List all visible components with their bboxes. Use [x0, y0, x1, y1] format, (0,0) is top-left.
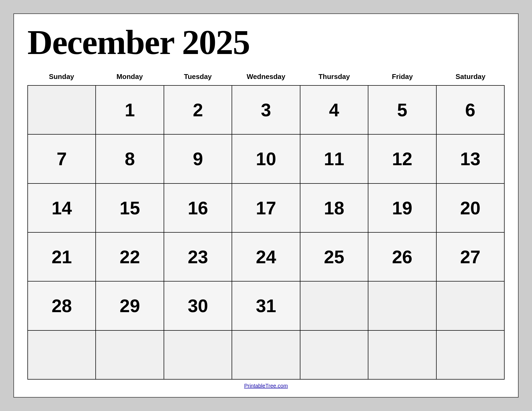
calendar-cell: [164, 331, 232, 380]
calendar-cell: 27: [437, 233, 505, 282]
date-number: 13: [460, 148, 480, 169]
day-headers: SundayMondayTuesdayWednesdayThursdayFrid…: [27, 70, 505, 83]
date-number: 1: [125, 99, 135, 120]
calendar-cell: 24: [232, 233, 300, 282]
calendar-cell: 5: [368, 86, 436, 135]
day-header-thursday: Thursday: [300, 70, 368, 83]
date-number: 6: [465, 99, 475, 120]
day-header-wednesday: Wednesday: [232, 70, 300, 83]
calendar-cell: [300, 282, 368, 330]
calendar-cell: [96, 331, 164, 380]
calendar-cell: 25: [300, 233, 368, 282]
date-number: 3: [261, 99, 271, 120]
day-header-monday: Monday: [96, 70, 164, 83]
date-number: 23: [188, 246, 208, 267]
calendar-cell: 21: [28, 233, 96, 282]
date-number: 22: [120, 246, 140, 267]
date-number: 14: [52, 197, 72, 218]
date-number: 24: [256, 246, 276, 267]
calendar-cell: 22: [96, 233, 164, 282]
calendar-cell: 12: [368, 135, 436, 183]
calendar-cell: 3: [232, 86, 300, 135]
calendar-cell: 18: [300, 184, 368, 233]
footer[interactable]: PrintableTree.com: [27, 380, 505, 389]
calendar-cell: 13: [437, 135, 505, 183]
page-title: December 2025: [27, 25, 505, 60]
calendar-cell: 11: [300, 135, 368, 183]
calendar-cell: 31: [232, 282, 300, 330]
calendar-cell: 30: [164, 282, 232, 330]
calendar-cell: 9: [164, 135, 232, 183]
date-number: 17: [256, 197, 276, 218]
calendar-cell: 29: [96, 282, 164, 330]
date-number: 25: [324, 246, 344, 267]
calendar-cell: 28: [28, 282, 96, 330]
calendar-container: SundayMondayTuesdayWednesdayThursdayFrid…: [27, 70, 505, 380]
date-number: 15: [120, 197, 140, 218]
date-number: 7: [57, 148, 67, 169]
calendar-cell: 8: [96, 135, 164, 183]
calendar-cell: 23: [164, 233, 232, 282]
calendar-cell: 14: [28, 184, 96, 233]
date-number: 8: [125, 148, 135, 169]
calendar-cell: [368, 282, 436, 330]
date-number: 10: [256, 148, 276, 169]
date-number: 4: [329, 99, 339, 120]
calendar-cell: [300, 331, 368, 380]
date-number: 16: [188, 197, 208, 218]
day-header-tuesday: Tuesday: [164, 70, 232, 83]
date-number: 20: [460, 197, 480, 218]
calendar-cell: [28, 331, 96, 380]
date-number: 12: [392, 148, 412, 169]
date-number: 5: [397, 99, 407, 120]
calendar-cell: 10: [232, 135, 300, 183]
calendar-page: December 2025 SundayMondayTuesdayWednesd…: [13, 13, 519, 398]
calendar-cell: 4: [300, 86, 368, 135]
date-number: 2: [193, 99, 203, 120]
calendar-cell: [437, 282, 505, 330]
date-number: 29: [120, 295, 140, 316]
calendar-cell: [28, 86, 96, 135]
calendar-cell: 17: [232, 184, 300, 233]
date-number: 27: [460, 246, 480, 267]
calendar-cell: 20: [437, 184, 505, 233]
calendar-cell: [437, 331, 505, 380]
day-header-sunday: Sunday: [27, 70, 96, 83]
date-number: 28: [52, 295, 72, 316]
calendar-cell: 7: [28, 135, 96, 183]
date-number: 11: [324, 148, 344, 169]
calendar-cell: 15: [96, 184, 164, 233]
calendar-cell: [232, 331, 300, 380]
calendar-cell: 16: [164, 184, 232, 233]
footer-link[interactable]: PrintableTree.com: [244, 383, 288, 389]
day-header-friday: Friday: [368, 70, 437, 83]
date-number: 30: [188, 295, 208, 316]
date-number: 31: [256, 295, 276, 316]
calendar-cell: 6: [437, 86, 505, 135]
calendar-cell: [368, 331, 436, 380]
calendar-grid: 1234567891011121314151617181920212223242…: [27, 85, 505, 380]
calendar-cell: 1: [96, 86, 164, 135]
calendar-cell: 26: [368, 233, 436, 282]
date-number: 26: [392, 246, 412, 267]
calendar-cell: 2: [164, 86, 232, 135]
date-number: 21: [52, 246, 72, 267]
calendar-cell: 19: [368, 184, 436, 233]
date-number: 19: [392, 197, 412, 218]
date-number: 9: [193, 148, 203, 169]
date-number: 18: [324, 197, 344, 218]
day-header-saturday: Saturday: [436, 70, 505, 83]
